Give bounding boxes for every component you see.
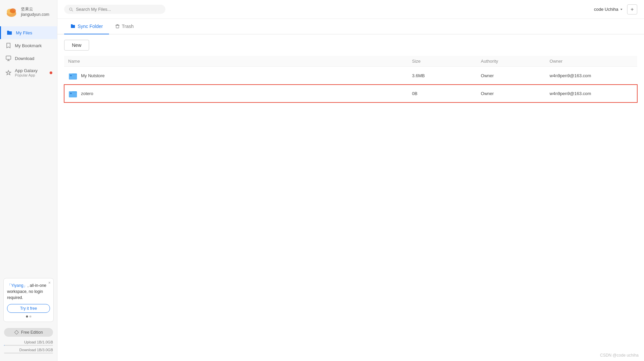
- sidebar-item-app-galaxy[interactable]: App Galaxy Popular App: [0, 65, 57, 81]
- tab-sync-folder[interactable]: Sync Folder: [64, 19, 109, 34]
- search-box[interactable]: [64, 5, 165, 14]
- sidebar-item-download[interactable]: Download: [0, 52, 57, 65]
- download-bar-bg: [4, 353, 53, 354]
- logo-subtitle: jiangudyun.com: [21, 12, 49, 18]
- row-my-nutstore-name: My Nutstore: [64, 67, 408, 85]
- tab-trash[interactable]: Trash: [109, 19, 140, 34]
- folder-nav-icon: [6, 30, 12, 36]
- tab-sync-folder-label: Sync Folder: [78, 24, 103, 29]
- trash-icon: [115, 24, 120, 29]
- svg-point-5: [70, 8, 72, 10]
- col-name: Name: [64, 56, 408, 67]
- svg-marker-4: [15, 330, 19, 334]
- svg-point-12: [70, 93, 72, 94]
- diamond-icon: [14, 330, 19, 335]
- topbar: code Uchiha +: [57, 0, 644, 19]
- col-owner: Owner: [545, 56, 637, 67]
- free-edition-label: Free Edition: [21, 330, 43, 335]
- sidebar-item-my-files-label: My Files: [16, 30, 32, 35]
- svg-rect-8: [116, 25, 119, 28]
- svg-marker-7: [620, 9, 622, 10]
- user-name: code Uchiha: [594, 7, 618, 12]
- promo-dot-1: [26, 315, 28, 318]
- file-row-name: My Nutstore: [68, 71, 404, 80]
- row-zotero-label: zotero: [81, 91, 93, 96]
- search-icon: [69, 7, 73, 12]
- row-my-nutstore-label: My Nutstore: [81, 73, 105, 78]
- search-input[interactable]: [76, 7, 161, 12]
- promo-highlight: 「Yiyang」: [7, 283, 27, 288]
- upload-bar-bg: [4, 345, 53, 346]
- app-galaxy-badge: [50, 71, 52, 74]
- topbar-right: code Uchiha +: [594, 4, 637, 14]
- tag-nav-icon: [5, 70, 11, 76]
- sidebar-item-my-files[interactable]: My Files: [0, 26, 57, 39]
- file-table-body: My Nutstore 3.6MB Owner w4n9pen9@163.com: [64, 67, 637, 102]
- app-logo: [5, 5, 18, 19]
- sidebar-item-app-galaxy-sublabel: Popular App: [15, 73, 37, 77]
- upload-storage-bar: Upload 1B/1.0GB: [4, 340, 53, 346]
- sidebar: 坚果云 jiangudyun.com My Files My Bookmark …: [0, 0, 57, 361]
- file-table-header: Name Size Authority Owner: [64, 56, 637, 67]
- app-galaxy-labels: App Galaxy Popular App: [15, 68, 37, 77]
- logo-text-group: 坚果云 jiangudyun.com: [21, 7, 49, 17]
- nav-items: My Files My Bookmark Download App Galaxy…: [0, 24, 57, 275]
- watermark: CSDN @code uchiha: [600, 353, 639, 358]
- upload-storage-label: Upload 1B/1.0GB: [4, 340, 53, 344]
- svg-line-6: [72, 10, 73, 11]
- logo-area: 坚果云 jiangudyun.com: [0, 0, 57, 24]
- promo-dots: [7, 315, 50, 318]
- free-edition-btn[interactable]: Free Edition: [4, 328, 53, 337]
- logo-brand: 坚果云: [21, 7, 49, 12]
- user-info[interactable]: code Uchiha: [594, 7, 623, 12]
- col-size: Size: [408, 56, 477, 67]
- promo-close-btn[interactable]: ×: [48, 280, 51, 285]
- file-row-name-zotero: zotero: [68, 89, 404, 98]
- sidebar-item-download-label: Download: [15, 56, 34, 61]
- storage-area: Free Edition Upload 1B/1.0GB Download 1B…: [0, 325, 57, 361]
- row-my-nutstore-authority: Owner: [477, 67, 546, 85]
- folder-icon-my-nutstore: [68, 71, 78, 80]
- sidebar-item-my-bookmark-label: My Bookmark: [15, 43, 42, 48]
- add-btn[interactable]: +: [627, 4, 637, 14]
- folder-tab-icon: [70, 24, 76, 29]
- file-table: Name Size Authority Owner: [64, 56, 637, 102]
- sidebar-item-my-bookmark[interactable]: My Bookmark: [0, 39, 57, 52]
- table-row[interactable]: My Nutstore 3.6MB Owner w4n9pen9@163.com: [64, 67, 637, 85]
- download-storage-bar: Download 1B/3.0GB: [4, 348, 53, 354]
- sidebar-item-app-galaxy-label: App Galaxy: [15, 68, 37, 73]
- file-area: New Name Size Authority Owner: [57, 34, 644, 361]
- row-zotero-size: 0B: [408, 85, 477, 102]
- folder-svg: [69, 71, 77, 80]
- promo-text: 「Yiyang」, all-in-one workspace, no login…: [7, 282, 50, 301]
- row-zotero-name: zotero: [64, 85, 408, 102]
- row-my-nutstore-size: 3.6MB: [408, 67, 477, 85]
- folder-icon-zotero: [68, 89, 78, 98]
- tabbar: Sync Folder Trash: [57, 19, 644, 34]
- new-button[interactable]: New: [64, 40, 89, 51]
- main-content: code Uchiha + Sync Folder Trash New Name…: [57, 0, 644, 361]
- promo-try-free-btn[interactable]: Try it free: [7, 304, 50, 313]
- row-zotero-authority: Owner: [477, 85, 546, 102]
- col-authority: Authority: [477, 56, 546, 67]
- svg-point-10: [70, 75, 72, 77]
- tab-trash-label: Trash: [122, 24, 134, 29]
- svg-rect-3: [6, 56, 11, 59]
- promo-card: × 「Yiyang」, all-in-one workspace, no log…: [3, 278, 54, 322]
- download-storage-label: Download 1B/3.0GB: [4, 348, 53, 352]
- monitor-nav-icon: [5, 55, 11, 61]
- promo-dot-2: [29, 315, 31, 318]
- row-zotero-owner: w4n9pen9@163.com: [545, 85, 637, 102]
- bookmark-nav-icon: [5, 42, 11, 49]
- chevron-down-icon: [620, 8, 623, 11]
- folder-svg-zotero: [69, 89, 77, 98]
- table-row[interactable]: zotero 0B Owner w4n9pen9@163.com: [64, 85, 637, 102]
- row-my-nutstore-owner: w4n9pen9@163.com: [545, 67, 637, 85]
- svg-point-2: [10, 8, 16, 13]
